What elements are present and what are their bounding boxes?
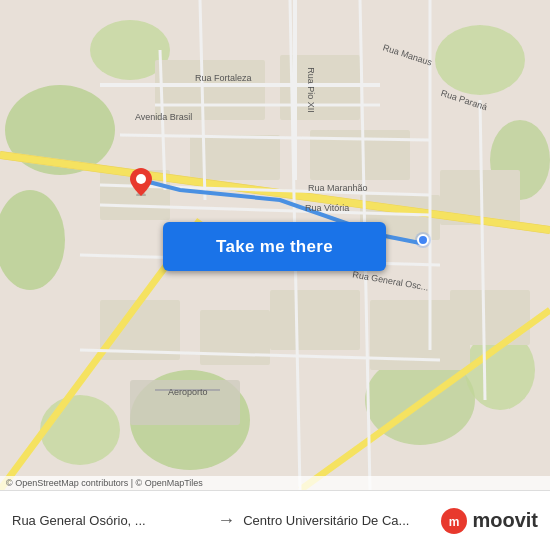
bottom-bar: Rua General Osório, ... → Centro Univers… <box>0 490 550 550</box>
route-from: Rua General Osório, ... <box>12 513 209 528</box>
svg-text:m: m <box>449 515 460 529</box>
svg-point-6 <box>40 395 120 465</box>
svg-rect-40 <box>130 380 240 425</box>
svg-rect-15 <box>270 290 360 350</box>
route-arrow: → <box>209 510 243 531</box>
destination-pin <box>130 168 152 196</box>
take-me-there-button[interactable]: Take me there <box>163 222 386 271</box>
svg-rect-9 <box>155 60 265 120</box>
svg-point-1 <box>0 190 65 290</box>
moovit-icon: m <box>440 507 468 535</box>
moovit-brand-text: moovit <box>472 509 538 532</box>
current-location-dot <box>415 232 431 248</box>
button-label: Take me there <box>216 237 333 257</box>
svg-rect-18 <box>200 310 270 365</box>
map-attribution: © OpenStreetMap contributors | © OpenMap… <box>0 476 550 490</box>
map-view: Rua Fortaleza Avenida Brasil Rua Pio XII… <box>0 0 550 490</box>
route-to: Centro Universitário De Ca... <box>243 513 440 528</box>
svg-point-45 <box>418 235 428 245</box>
svg-point-3 <box>435 25 525 95</box>
svg-point-43 <box>136 174 146 184</box>
moovit-logo: m moovit <box>440 507 538 535</box>
